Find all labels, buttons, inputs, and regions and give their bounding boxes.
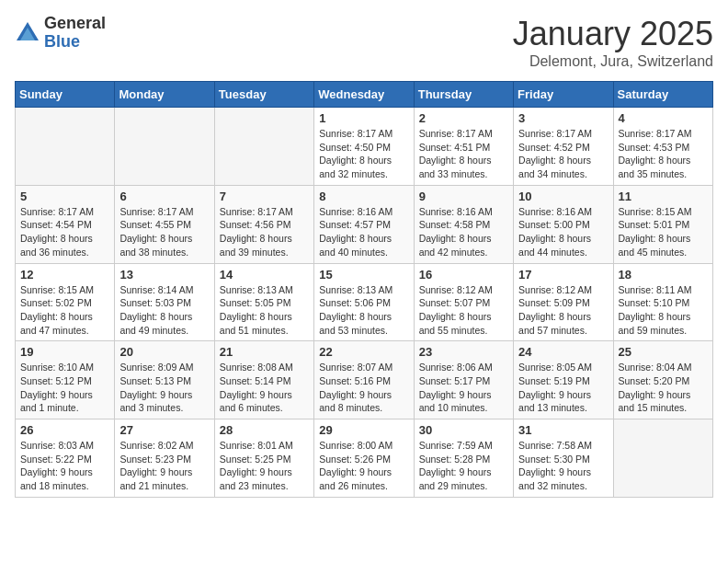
cell-date: 31 [518, 423, 608, 437]
cell-info: Sunrise: 7:59 AM Sunset: 5:28 PM Dayligh… [419, 439, 508, 493]
calendar-cell: 31Sunrise: 7:58 AM Sunset: 5:30 PM Dayli… [514, 419, 613, 498]
calendar-cell: 12Sunrise: 8:15 AM Sunset: 5:02 PM Dayli… [16, 263, 115, 341]
cell-date: 12 [20, 268, 109, 282]
calendar-cell: 28Sunrise: 8:01 AM Sunset: 5:25 PM Dayli… [214, 419, 313, 498]
cell-info: Sunrise: 8:17 AM Sunset: 4:53 PM Dayligh… [619, 127, 708, 181]
calendar-week-2: 5Sunrise: 8:17 AM Sunset: 4:54 PM Daylig… [16, 185, 713, 263]
calendar-cell: 18Sunrise: 8:11 AM Sunset: 5:10 PM Dayli… [613, 263, 712, 341]
cell-info: Sunrise: 8:03 AM Sunset: 5:22 PM Dayligh… [20, 439, 109, 493]
logo-icon [15, 20, 40, 46]
cell-info: Sunrise: 8:17 AM Sunset: 4:50 PM Dayligh… [319, 127, 408, 181]
cell-date: 1 [319, 111, 408, 125]
calendar: SundayMondayTuesdayWednesdayThursdayFrid… [15, 81, 713, 498]
cell-date: 13 [119, 268, 209, 282]
calendar-cell: 20Sunrise: 8:09 AM Sunset: 5:13 PM Dayli… [115, 341, 214, 419]
cell-info: Sunrise: 8:13 AM Sunset: 5:05 PM Dayligh… [220, 283, 309, 338]
calendar-cell: 15Sunrise: 8:13 AM Sunset: 5:06 PM Dayli… [314, 263, 414, 341]
cell-info: Sunrise: 8:07 AM Sunset: 5:16 PM Dayligh… [319, 361, 408, 415]
calendar-cell: 1Sunrise: 8:17 AM Sunset: 4:50 PM Daylig… [314, 108, 414, 186]
cell-info: Sunrise: 8:14 AM Sunset: 5:03 PM Dayligh… [119, 283, 209, 338]
cell-info: Sunrise: 8:11 AM Sunset: 5:10 PM Dayligh… [619, 283, 708, 338]
calendar-cell: 4Sunrise: 8:17 AM Sunset: 4:53 PM Daylig… [613, 108, 712, 186]
calendar-cell: 10Sunrise: 8:16 AM Sunset: 5:00 PM Dayli… [514, 185, 613, 263]
day-header-saturday: Saturday [613, 82, 712, 108]
cell-date: 4 [619, 111, 708, 125]
cell-date: 9 [419, 190, 508, 203]
calendar-cell: 2Sunrise: 8:17 AM Sunset: 4:51 PM Daylig… [414, 108, 513, 186]
calendar-header-row: SundayMondayTuesdayWednesdayThursdayFrid… [16, 82, 713, 108]
calendar-cell: 19Sunrise: 8:10 AM Sunset: 5:12 PM Dayli… [16, 341, 115, 419]
cell-date: 6 [119, 190, 209, 203]
calendar-cell [214, 108, 313, 186]
cell-date: 26 [20, 423, 109, 437]
cell-date: 2 [419, 111, 508, 125]
calendar-week-5: 26Sunrise: 8:03 AM Sunset: 5:22 PM Dayli… [16, 419, 713, 498]
calendar-cell: 16Sunrise: 8:12 AM Sunset: 5:07 PM Dayli… [414, 263, 513, 341]
logo-blue-text: Blue [44, 33, 106, 52]
cell-date: 29 [319, 423, 408, 437]
cell-date: 7 [220, 190, 309, 203]
calendar-cell: 8Sunrise: 8:16 AM Sunset: 4:57 PM Daylig… [314, 185, 414, 263]
calendar-cell: 27Sunrise: 8:02 AM Sunset: 5:23 PM Dayli… [115, 419, 214, 498]
cell-date: 25 [619, 345, 708, 359]
day-header-friday: Friday [514, 82, 613, 108]
cell-date: 21 [220, 345, 309, 359]
cell-date: 27 [119, 423, 209, 437]
calendar-cell [115, 108, 214, 186]
cell-info: Sunrise: 8:04 AM Sunset: 5:20 PM Dayligh… [619, 361, 708, 415]
cell-info: Sunrise: 8:17 AM Sunset: 4:54 PM Dayligh… [20, 205, 109, 259]
calendar-cell: 26Sunrise: 8:03 AM Sunset: 5:22 PM Dayli… [16, 419, 115, 498]
day-header-tuesday: Tuesday [214, 82, 313, 108]
cell-info: Sunrise: 8:12 AM Sunset: 5:09 PM Dayligh… [518, 283, 608, 338]
cell-info: Sunrise: 8:02 AM Sunset: 5:23 PM Dayligh… [119, 439, 209, 493]
day-header-thursday: Thursday [414, 82, 513, 108]
cell-date: 19 [20, 345, 109, 359]
cell-date: 23 [419, 345, 508, 359]
calendar-cell: 9Sunrise: 8:16 AM Sunset: 4:58 PM Daylig… [414, 185, 513, 263]
calendar-cell: 7Sunrise: 8:17 AM Sunset: 4:56 PM Daylig… [214, 185, 313, 263]
cell-date: 8 [319, 190, 408, 203]
cell-date: 24 [518, 345, 608, 359]
cell-date: 22 [319, 345, 408, 359]
cell-date: 3 [518, 111, 608, 125]
calendar-cell: 30Sunrise: 7:59 AM Sunset: 5:28 PM Dayli… [414, 419, 513, 498]
cell-info: Sunrise: 8:15 AM Sunset: 5:02 PM Dayligh… [20, 283, 109, 338]
title-block: January 2025 Delemont, Jura, Switzerland [513, 15, 713, 70]
logo: General Blue [15, 15, 106, 52]
cell-info: Sunrise: 7:58 AM Sunset: 5:30 PM Dayligh… [518, 439, 608, 493]
calendar-week-4: 19Sunrise: 8:10 AM Sunset: 5:12 PM Dayli… [16, 341, 713, 419]
calendar-cell: 24Sunrise: 8:05 AM Sunset: 5:19 PM Dayli… [514, 341, 613, 419]
month-title: January 2025 [513, 15, 713, 53]
cell-date: 11 [619, 190, 708, 203]
cell-date: 14 [220, 268, 309, 282]
cell-info: Sunrise: 8:06 AM Sunset: 5:17 PM Dayligh… [419, 361, 508, 415]
cell-date: 16 [419, 268, 508, 282]
cell-info: Sunrise: 8:15 AM Sunset: 5:01 PM Dayligh… [619, 205, 708, 259]
calendar-cell: 5Sunrise: 8:17 AM Sunset: 4:54 PM Daylig… [16, 185, 115, 263]
cell-date: 17 [518, 268, 608, 282]
cell-info: Sunrise: 8:09 AM Sunset: 5:13 PM Dayligh… [119, 361, 209, 415]
cell-info: Sunrise: 8:12 AM Sunset: 5:07 PM Dayligh… [419, 283, 508, 338]
cell-info: Sunrise: 8:05 AM Sunset: 5:19 PM Dayligh… [518, 361, 608, 415]
cell-date: 15 [319, 268, 408, 282]
day-header-monday: Monday [115, 82, 214, 108]
calendar-cell: 14Sunrise: 8:13 AM Sunset: 5:05 PM Dayli… [214, 263, 313, 341]
logo-general-text: General [44, 15, 106, 33]
cell-info: Sunrise: 8:16 AM Sunset: 4:58 PM Dayligh… [419, 205, 508, 259]
calendar-cell: 6Sunrise: 8:17 AM Sunset: 4:55 PM Daylig… [115, 185, 214, 263]
cell-date: 20 [119, 345, 209, 359]
calendar-cell: 13Sunrise: 8:14 AM Sunset: 5:03 PM Dayli… [115, 263, 214, 341]
calendar-week-1: 1Sunrise: 8:17 AM Sunset: 4:50 PM Daylig… [16, 108, 713, 186]
header: General Blue January 2025 Delemont, Jura… [15, 15, 713, 70]
calendar-cell: 29Sunrise: 8:00 AM Sunset: 5:26 PM Dayli… [314, 419, 414, 498]
cell-date: 18 [619, 268, 708, 282]
cell-date: 28 [220, 423, 309, 437]
day-header-wednesday: Wednesday [314, 82, 414, 108]
calendar-cell: 23Sunrise: 8:06 AM Sunset: 5:17 PM Dayli… [414, 341, 513, 419]
cell-info: Sunrise: 8:17 AM Sunset: 4:56 PM Dayligh… [220, 205, 309, 259]
calendar-cell: 3Sunrise: 8:17 AM Sunset: 4:52 PM Daylig… [514, 108, 613, 186]
calendar-week-3: 12Sunrise: 8:15 AM Sunset: 5:02 PM Dayli… [16, 263, 713, 341]
calendar-cell: 17Sunrise: 8:12 AM Sunset: 5:09 PM Dayli… [514, 263, 613, 341]
calendar-cell: 25Sunrise: 8:04 AM Sunset: 5:20 PM Dayli… [613, 341, 712, 419]
cell-info: Sunrise: 8:00 AM Sunset: 5:26 PM Dayligh… [319, 439, 408, 493]
